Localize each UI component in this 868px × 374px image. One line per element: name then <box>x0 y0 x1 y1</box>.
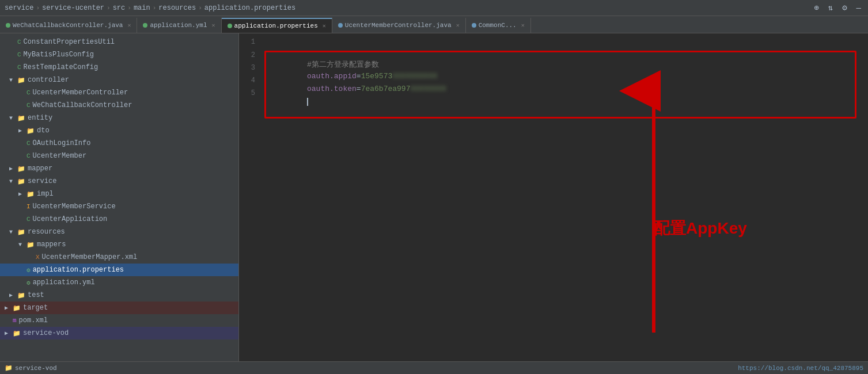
tree-item-dto-folder[interactable]: ▶ 📁 dto <box>0 124 238 137</box>
value-appid-blurred: XXXXXXXXXX <box>392 72 437 81</box>
editor-area[interactable]: 1 2 #第二方登录配置参数 3 oauth.appid=15e9573XXXX… <box>239 33 868 361</box>
breadcrumb-ucenter: service-ucenter <box>42 4 104 12</box>
bottom-service-vod: 📁 service-vod <box>5 364 57 372</box>
tree-label: application.yml <box>33 278 95 287</box>
folder-icon: 📁 <box>17 228 25 236</box>
folder-icon: 📁 <box>26 127 35 135</box>
tab-dot-appyml <box>143 23 147 28</box>
c-file-icon: C <box>26 152 31 159</box>
props-file-icon: ⚙ <box>26 266 31 274</box>
tree-item-xml-mapper[interactable]: X UcenterMemberMapper.xml <box>0 251 238 264</box>
tab-appprops[interactable]: application.properties ✕ <box>222 18 332 33</box>
tree-arrow-open: ▼ <box>9 229 15 235</box>
tree-item-test-folder[interactable]: ▶ 📁 test <box>0 289 238 302</box>
folder-icon: 📁 <box>17 115 25 122</box>
tree-item-service-vod[interactable]: ▶ 📁 service-vod <box>0 327 238 339</box>
breadcrumb-service: service <box>5 4 33 12</box>
tree-item-resources-folder[interactable]: ▼ 📁 resources <box>0 226 238 238</box>
tree-item-impl-folder[interactable]: ▶ 📁 impl <box>0 188 238 200</box>
tab-dot-commonc <box>472 23 476 28</box>
tree-label: UcenterMemberMapper.xml <box>42 253 138 261</box>
service-vod-icon: 📁 <box>13 330 21 337</box>
tree-item-ucenter-ctrl[interactable]: C UcenterMemberController <box>0 86 238 99</box>
folder-icon: 📁 <box>17 292 25 299</box>
folder-icon: 📁 <box>17 165 25 173</box>
tab-close-appprops[interactable]: ✕ <box>323 22 326 29</box>
tab-close-commonc[interactable]: ✕ <box>521 22 525 29</box>
tree-label: RestTemplateConfig <box>24 63 98 71</box>
code-line-2: 2 #第二方登录配置参数 <box>239 51 868 63</box>
tree-item-controller-folder[interactable]: ▼ 📁 controller <box>0 74 238 86</box>
annotation-label: 配置AppKey <box>654 217 747 239</box>
sort-icon[interactable]: ⇅ <box>826 2 835 14</box>
tree-label: dto <box>37 127 50 135</box>
c-file-icon: C <box>17 64 21 71</box>
tree-label: ConstantPropertiesUtil <box>24 38 115 46</box>
pom-icon: m <box>13 317 17 324</box>
tree-arrow-closed: ▶ <box>5 330 10 337</box>
tree-item-appyml-file[interactable]: ⚙ application.yml <box>0 276 238 289</box>
tree-item-ucenter-app[interactable]: C UcenterApplication <box>0 213 238 226</box>
folder-icon: 📁 <box>26 241 35 249</box>
bottom-bar: 📁 service-vod https://blog.csdn.net/qq_4… <box>0 361 868 374</box>
bottom-url: https://blog.csdn.net/qq_42875895 <box>738 365 863 372</box>
c-file-icon: C <box>17 39 21 45</box>
tree-label: MyBatisPlusConfig <box>24 51 94 59</box>
text-cursor <box>307 98 308 106</box>
line-content-5 <box>262 89 868 115</box>
tree-item-mapper-folder[interactable]: ▶ 📁 mapper <box>0 162 238 175</box>
tree-item-target-folder[interactable]: ▶ 📁 target <box>0 302 238 314</box>
tree-item-mybatis[interactable]: C MyBatisPlusConfig <box>0 48 238 61</box>
interface-icon: I <box>26 203 31 210</box>
tab-dot-wechat <box>6 23 10 28</box>
tree-label: UcenterMember <box>33 152 87 160</box>
tree-label: WeChatCallbackController <box>33 101 132 109</box>
tab-close-ucenter[interactable]: ✕ <box>456 22 460 29</box>
tree-item-mappers-folder[interactable]: ▼ 📁 mappers <box>0 238 238 251</box>
tree-arrow-closed: ▶ <box>9 292 15 299</box>
tree-item-service-folder[interactable]: ▼ 📁 service <box>0 175 238 188</box>
top-bar: service › service-ucenter › src › main ›… <box>0 0 868 16</box>
tabs-bar: WeChatCallbackController.java ✕ applicat… <box>0 16 868 33</box>
code-line-3: 3 oauth.appid=15e9573XXXXXXXXXX <box>239 63 868 76</box>
globe-icon[interactable]: ⊕ <box>812 2 821 14</box>
tree-item-pom[interactable]: m pom.xml <box>0 314 238 327</box>
tab-label-appyml: application.yml <box>150 22 207 29</box>
settings-icon[interactable]: ⚙ <box>840 2 849 14</box>
c-file-icon: C <box>17 51 21 58</box>
tree-item-appprops-file[interactable]: ⚙ application.properties <box>0 264 238 276</box>
tree-label: service-vod <box>23 329 69 337</box>
tree-arrow-open: ▼ <box>9 77 15 83</box>
tab-dot-appprops <box>228 24 232 28</box>
line-num-4: 4 <box>239 77 262 85</box>
tree-item-oauthlogin[interactable]: C OAuthLoginInfo <box>0 137 238 150</box>
bottom-service-vod-label: service-vod <box>15 365 57 372</box>
tree-item-entity-folder[interactable]: ▼ 📁 entity <box>0 112 238 124</box>
xml-file-icon: X <box>36 254 40 261</box>
tree-label: resources <box>28 228 65 236</box>
tree-item-constantprops[interactable]: C ConstantPropertiesUtil <box>0 36 238 48</box>
minimize-icon[interactable]: — <box>854 2 863 14</box>
tab-close-wechat[interactable]: ✕ <box>127 22 131 29</box>
tree-item-wechat-ctrl[interactable]: C WeChatCallbackController <box>0 99 238 112</box>
tree-label: controller <box>28 76 69 84</box>
code-line-5: 5 <box>239 89 868 101</box>
tree-label: entity <box>28 114 52 122</box>
tab-commonc[interactable]: CommonC... ✕ <box>466 18 531 33</box>
line-num-2: 2 <box>239 51 262 59</box>
tab-appyml[interactable]: application.yml ✕ <box>137 18 221 33</box>
tree-item-ucentermember[interactable]: C UcenterMember <box>0 150 238 162</box>
tree-label: UcenterMemberService <box>33 203 116 211</box>
breadcrumb-main: main <box>134 4 150 12</box>
tree-arrow-closed: ▶ <box>5 304 10 311</box>
c-file-icon: C <box>26 216 31 223</box>
tree-arrow-open: ▼ <box>18 242 24 248</box>
tree-item-ucenter-svc[interactable]: I UcenterMemberService <box>0 200 238 213</box>
main-area: C ConstantPropertiesUtil C MyBatisPlusCo… <box>0 33 868 361</box>
tree-item-resttemplate[interactable]: C RestTemplateConfig <box>0 61 238 74</box>
yml-file-icon: ⚙ <box>26 279 31 287</box>
tab-ucenter[interactable]: UcenterMemberController.java ✕ <box>332 18 466 33</box>
tab-close-appyml[interactable]: ✕ <box>212 22 215 29</box>
tab-wechat[interactable]: WeChatCallbackController.java ✕ <box>0 18 137 33</box>
tab-dot-ucenter <box>338 23 343 28</box>
